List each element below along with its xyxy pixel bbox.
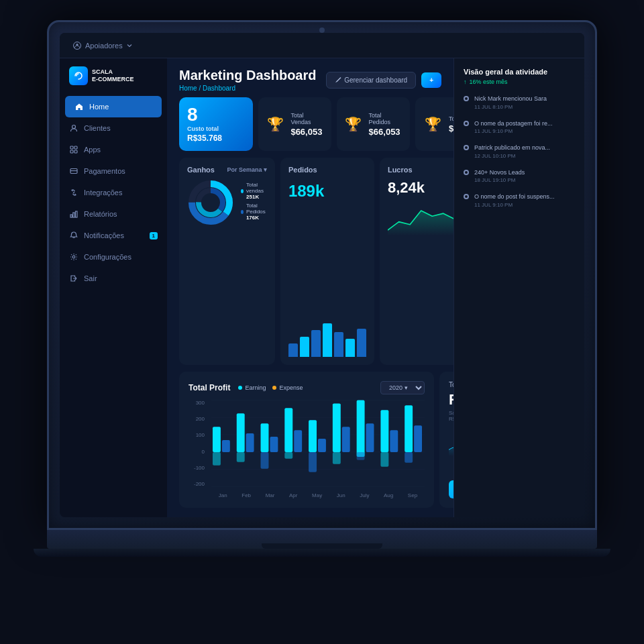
chart-ganhos-header: Ganhos Por Semana ▾ (187, 166, 267, 174)
svg-rect-30 (246, 433, 254, 452)
activity-item-3: 240+ Novos Leads 18 JUL 19:10 PM (464, 168, 575, 184)
activity-content-3: 240+ Novos Leads 18 JUL 19:10 PM (474, 168, 525, 184)
breadcrumb-current: Dashboard (203, 85, 235, 92)
custo-total-value: R$35.768 (187, 133, 222, 143)
laptop-foot (34, 549, 610, 557)
screen-bezel: Apoiadores (47, 20, 597, 530)
laptop-base (47, 530, 597, 549)
legend-earn-label: Earning (245, 384, 266, 391)
stat-val-pedidos: $66,053 (369, 127, 402, 137)
sidebar-item-relatorios[interactable]: Relatórios (60, 203, 167, 225)
activity-item-2: Patrick publicado em nova... 12 JUL 10:1… (464, 144, 575, 159)
wave-chart (449, 429, 453, 462)
add-button[interactable]: + (421, 72, 441, 88)
sidebar-item-clientes[interactable]: Clientes (60, 117, 167, 139)
profit-card: Total Profit Earning Expense (179, 372, 434, 508)
activity-dot-3 (464, 170, 469, 175)
user-icon (69, 123, 78, 133)
bar-7 (357, 329, 366, 358)
custo-total-number: 8 (187, 105, 198, 124)
stat-card-total-pedidos: 🏆 Total Pedidos $66,053 (337, 97, 410, 151)
svg-rect-37 (333, 403, 341, 452)
svg-rect-29 (237, 413, 245, 452)
y-label-0: 0 (202, 449, 205, 455)
logo-area: SCALA E-COMMERCE (60, 66, 167, 96)
sidebar-label-configuracoes: Configurações (84, 253, 131, 261)
pedidos-title-label: Pedidos (288, 166, 317, 174)
svg-rect-41 (380, 410, 388, 452)
sidebar-item-pagamentos[interactable]: Pagamentos (60, 160, 167, 182)
sidebar-item-configuracoes[interactable]: Configurações (60, 246, 167, 268)
sidebar-label-relatorios: Relatórios (84, 210, 117, 218)
bar-chart-icon (69, 209, 78, 219)
sidebar-item-sair[interactable]: Sair (60, 268, 167, 289)
bar-4 (323, 323, 332, 357)
svg-rect-31 (261, 423, 269, 452)
legend-val-vendas: 251K (246, 194, 267, 200)
generate-report-button[interactable]: Gerar Relatório (449, 480, 453, 498)
page-title-area: Marketing Dashboard Home / Dashboard (179, 68, 316, 92)
legend-exp-label: Expense (279, 384, 303, 391)
main-layout: SCALA E-COMMERCE Home (60, 58, 584, 517)
year-select[interactable]: 2020 ▾ (380, 381, 425, 394)
notification-badge: 1 (150, 232, 158, 239)
right-profit-sub: Saldo do último mês R$426 mil (449, 410, 453, 422)
month-feb: Feb (241, 492, 251, 498)
bar-2 (300, 337, 309, 357)
sidebar-label-apps: Apps (84, 146, 101, 154)
stat-info-sales: Total Sales $66,053 (449, 115, 453, 133)
charts-row: Ganhos Por Semana ▾ (167, 158, 453, 372)
y-label-neg100: -100 (194, 465, 205, 471)
svg-rect-45 (213, 452, 221, 466)
page-title: Marketing Dashboard (179, 68, 316, 83)
svg-rect-53 (405, 452, 413, 463)
content-header: Marketing Dashboard Home / Dashboard Ger… (167, 58, 453, 97)
legend-label-vendas: Total vendas (246, 182, 267, 194)
pencil-icon (335, 76, 341, 83)
profit-title: Total Profit (189, 383, 230, 392)
legend-expense: Expense (272, 384, 303, 391)
activity-text-3: 240+ Novos Leads (474, 168, 525, 177)
bar-chart-inner: Jan Feb Mar Apr May Jun July Aug Sep (211, 400, 425, 498)
logout-icon (69, 274, 78, 283)
exp-dot (272, 386, 276, 390)
svg-rect-44 (414, 425, 422, 452)
svg-rect-47 (261, 452, 269, 469)
sidebar-label-sair: Sair (84, 274, 97, 282)
sidebar-item-apps[interactable]: Apps (60, 139, 167, 160)
svg-rect-32 (270, 437, 278, 452)
chart-pedidos: Pedidos 189k (280, 158, 374, 365)
trophy-icon-sales: 🏆 (423, 115, 442, 133)
chevron-down-icon (127, 43, 132, 48)
breadcrumb: Home / Dashboard (179, 85, 316, 92)
sidebar-item-integracoes[interactable]: Integrações (60, 182, 167, 203)
month-july: July (360, 492, 369, 498)
svg-rect-52 (380, 452, 388, 467)
y-label-neg200: -200 (194, 481, 205, 487)
y-axis: 300 200 100 0 -100 -200 (189, 400, 207, 487)
legend-val-ped: 176K (246, 215, 267, 221)
lucros-header: Lucros (388, 166, 453, 174)
sidebar-item-home[interactable]: Home (65, 96, 162, 117)
svg-rect-28 (222, 440, 230, 452)
month-jan: Jan (219, 492, 227, 498)
svg-rect-3 (70, 146, 73, 149)
manage-dashboard-button[interactable]: Gerenciar dashboard (326, 72, 416, 89)
activity-item-4: O nome do post foi suspens... 11 JUL 9:1… (464, 193, 575, 208)
activity-content-1: O nome da postagem foi re... 11 JUL 9:10… (474, 119, 553, 135)
chart-period[interactable]: Por Semana ▾ (227, 166, 267, 173)
credit-card-icon (69, 166, 78, 176)
top-bar: Apoiadores (60, 33, 584, 58)
sidebar-item-notificacoes[interactable]: Notificações 1 (60, 225, 167, 246)
legend-label-ped: Total Pedidos (246, 203, 267, 215)
screen: Apoiadores (60, 33, 584, 517)
apoiadores-button[interactable]: Apoiadores (73, 42, 132, 50)
svg-rect-9 (70, 215, 72, 217)
svg-rect-48 (284, 452, 292, 459)
legend-earning: Earning (238, 384, 266, 391)
stat-val-vendas: $66,053 (290, 127, 323, 137)
activity-time-1: 11 JUL 9:10 PM (474, 128, 553, 134)
activity-item-0: Nick Mark mencionou Sara 11 JUL 8:10 PM (464, 95, 575, 110)
stats-row: 8 Custo total R$35.768 🏆 Total Vendas $6… (167, 97, 453, 158)
sidebar: SCALA E-COMMERCE Home (60, 58, 167, 517)
